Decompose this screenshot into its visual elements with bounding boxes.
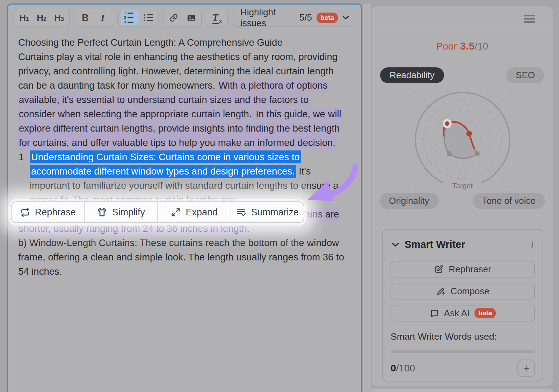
ai-actions-toolbar: Rephrase Simplify Expand <box>11 201 304 223</box>
words-used-progress-bar <box>391 350 535 353</box>
clear-formatting-icon: T x <box>212 12 222 24</box>
simplify-button[interactable]: Simplify <box>84 202 158 222</box>
originality-label: Originality <box>389 195 429 206</box>
h1-sub: 1 <box>26 16 29 22</box>
smart-writer-card: Smart Writer i Rephraser Compose <box>382 229 543 382</box>
h1-button[interactable]: H1 <box>16 10 32 25</box>
image-button[interactable] <box>183 10 199 25</box>
next-card-peek <box>371 389 553 392</box>
beta-badge: beta <box>317 13 338 23</box>
clear-format-group: T x <box>207 9 228 27</box>
tab-originality[interactable]: Originality <box>379 193 439 209</box>
rephrase-label: Rephrase <box>35 207 76 218</box>
score-label: Poor <box>436 41 457 52</box>
beta-badge: beta <box>474 308 496 318</box>
words-used-max: /100 <box>396 363 415 373</box>
expand-button[interactable]: Expand <box>157 202 231 222</box>
compose-label: Compose <box>450 286 489 297</box>
summarize-label: Summarize <box>251 207 299 218</box>
link-button[interactable] <box>166 10 181 25</box>
smart-writer-title: Smart Writer <box>405 239 465 250</box>
score-max: /10 <box>474 41 488 52</box>
tab-tone-of-voice[interactable]: Tone of voice <box>473 193 545 209</box>
numbered-list-item: 1Understanding Curtain Sizes: Curtains c… <box>18 150 347 207</box>
bullet-list-button[interactable] <box>141 10 155 25</box>
h2-sub: 2 <box>43 16 46 22</box>
plus-icon: + <box>523 362 529 374</box>
expand-label: Expand <box>186 207 218 218</box>
h3-label: H <box>54 10 61 25</box>
document-content[interactable]: Choosing the Perfect Curtain Length: A C… <box>18 35 347 279</box>
bullet-list-icon <box>143 14 153 16</box>
words-used-value: 0 <box>391 363 396 373</box>
words-used-row: 0/100 + <box>391 360 535 377</box>
tone-of-voice-label: Tone of voice <box>482 195 536 206</box>
ordered-list-icon-row: 3 <box>123 21 133 24</box>
link-icon <box>169 13 178 22</box>
ordered-list-icon-row: 2 <box>123 16 133 19</box>
simplify-icon <box>97 207 107 217</box>
h3-button[interactable]: H3 <box>51 10 67 25</box>
italic-icon: I <box>101 10 105 25</box>
compose-button[interactable]: Compose <box>391 283 535 299</box>
list-button-group: 1 2 3 <box>118 9 158 27</box>
seo-writing-assistant-app: H1 H2 H3 B I 1 2 3 <box>0 0 559 392</box>
format-button-group: B I <box>75 9 113 27</box>
scrollbar[interactable] <box>363 3 371 392</box>
clear-format-x: x <box>219 19 222 24</box>
score-panel: Poor3.5/10 Readability SEO Target Origin… <box>371 6 553 386</box>
h2-label: H <box>37 10 43 25</box>
ask-ai-button[interactable]: Ask AI beta <box>391 305 535 321</box>
ordered-list-icon: 1 <box>123 12 133 15</box>
highlight-issues-label: Highlight issues <box>240 7 295 29</box>
ol-digit: 3 <box>123 21 126 24</box>
seo-label: SEO <box>516 70 535 81</box>
gauge-point-active <box>445 121 450 126</box>
compose-icon <box>436 287 445 296</box>
smart-writer-header: Smart Writer i <box>392 239 533 250</box>
panel-header <box>372 6 553 31</box>
h1-label: H <box>19 10 26 25</box>
tab-seo[interactable]: SEO <box>506 67 544 83</box>
clear-format-t: T <box>212 13 219 24</box>
ol-digit: 1 <box>123 12 126 15</box>
collapse-chevron-icon[interactable] <box>392 243 399 247</box>
score-tabs-top: Readability SEO <box>372 67 553 83</box>
bullet-list-icon-row <box>143 20 153 21</box>
ordered-list-button[interactable]: 1 2 3 <box>121 10 139 25</box>
words-used-count: 0/100 <box>391 363 415 374</box>
highlight-issues-dropdown[interactable]: Highlight issues 5/5 beta <box>233 9 355 27</box>
insert-button-group <box>163 9 202 27</box>
paragraph-window-length: b) Window-Length Curtains: These curtain… <box>18 236 347 279</box>
rephrase-button[interactable]: Rephrase <box>12 202 84 222</box>
highlight-issues-count: 5/5 <box>299 12 312 23</box>
summarize-icon <box>236 207 246 217</box>
ask-ai-icon <box>430 309 439 318</box>
chevron-down-icon <box>342 15 349 20</box>
expand-icon <box>170 207 181 217</box>
paragraph-intro: Curtains play a vital role in enhancing … <box>18 50 347 150</box>
gauge-point-red <box>466 131 472 136</box>
summarize-button[interactable]: Summarize <box>231 202 304 222</box>
ask-ai-label: Ask AI <box>444 308 470 319</box>
overall-score: Poor3.5/10 <box>372 40 553 52</box>
rephraser-button[interactable]: Rephraser <box>391 261 535 278</box>
bold-button[interactable]: B <box>78 10 93 25</box>
menu-icon[interactable] <box>524 15 535 23</box>
rephrase-icon <box>20 207 30 217</box>
info-icon[interactable]: i <box>531 239 533 250</box>
gauge-point-gray <box>447 151 452 156</box>
add-words-button[interactable]: + <box>517 360 535 377</box>
rephraser-icon <box>434 265 444 274</box>
words-used-label: Smart Writer Words used: <box>391 331 535 342</box>
image-icon <box>187 13 196 23</box>
simplify-label: Simplify <box>112 207 145 218</box>
bullet-list-icon-row <box>143 17 153 19</box>
h2-button[interactable]: H2 <box>34 10 49 25</box>
tab-readability[interactable]: Readability <box>380 67 444 83</box>
italic-button[interactable]: I <box>95 10 110 25</box>
clear-formatting-button[interactable]: T x <box>210 10 225 25</box>
ol-digit: 2 <box>123 16 126 19</box>
bold-icon: B <box>82 10 89 25</box>
h3-sub: 3 <box>61 16 64 22</box>
